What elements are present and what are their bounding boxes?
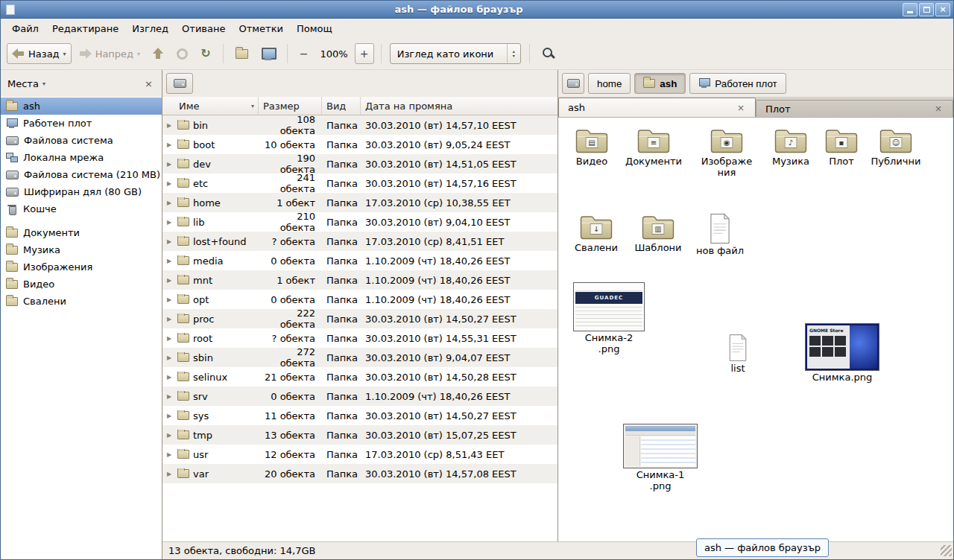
expander-icon[interactable]: ▶ <box>167 374 174 381</box>
expander-icon[interactable]: ▶ <box>167 296 174 303</box>
sidebar-item-filesystem[interactable]: Файлова система <box>1 132 162 149</box>
table-row-selinux[interactable]: ▶selinux21 обектаПапка30.03.2010 (вт) 14… <box>162 367 557 386</box>
menu-help[interactable]: Помощ <box>290 20 339 37</box>
sidebar-item-video[interactable]: Видео <box>1 276 162 293</box>
expander-icon[interactable]: ▶ <box>167 354 174 361</box>
table-row-mnt[interactable]: ▶mnt1 обектПапка1.10.2009 (чт) 18,40,26 … <box>162 270 557 290</box>
column-header-type[interactable]: Вид <box>322 97 361 115</box>
tab-close-button[interactable]: × <box>736 103 746 113</box>
expander-icon[interactable]: ▶ <box>167 316 174 322</box>
sidebar-item-network[interactable]: Локална мрежа <box>1 149 162 166</box>
zoom-out-button[interactable]: − <box>294 43 314 64</box>
breadcrumb-desktop[interactable]: Работен плот <box>689 73 786 94</box>
expander-icon[interactable]: ▶ <box>167 180 174 187</box>
menu-go[interactable]: Отиване <box>175 20 232 37</box>
icon-snimka-image[interactable]: GNOME Store Снимка.png <box>803 323 882 383</box>
table-row-dev[interactable]: ▶dev190 обектаПапка30.03.2010 (вт) 14,51… <box>162 154 557 174</box>
titlebar[interactable]: ash — файлов браузър × <box>1 1 953 19</box>
breadcrumb-root-button[interactable] <box>166 73 193 94</box>
home-folder-button[interactable] <box>230 43 253 64</box>
icon-public-folder[interactable]: ☺ Публични <box>866 127 926 167</box>
menu-edit[interactable]: Редактиране <box>45 20 125 37</box>
menu-bookmarks[interactable]: Отметки <box>232 20 289 37</box>
expander-icon[interactable]: ▶ <box>167 413 174 419</box>
table-row-opt[interactable]: ▶opt0 обектаПапка1.10.2009 (чт) 18,40,26… <box>162 290 557 309</box>
sidebar-dropdown-icon[interactable]: ▾ <box>42 80 45 87</box>
tab-ash[interactable]: ash × <box>558 98 756 117</box>
sidebar-item-downloads[interactable]: Свалени <box>1 293 162 310</box>
expander-icon[interactable]: ▶ <box>167 141 174 148</box>
icon-downloads-folder[interactable]: ↓ Свалени <box>566 213 626 253</box>
search-button[interactable] <box>537 43 560 64</box>
menu-view[interactable]: Изглед <box>125 20 175 37</box>
column-header-date[interactable]: Дата на промяна <box>361 97 557 115</box>
sidebar-item-filesystem-210mb[interactable]: Файлова система (210 MB) <box>1 166 162 183</box>
sidebar-item-encrypted-80gb[interactable]: Шифриран дял (80 GB) <box>1 183 162 200</box>
breadcrumb-ash[interactable]: ash <box>634 73 686 94</box>
expander-icon[interactable]: ▶ <box>167 451 174 458</box>
column-header-size[interactable]: Размер <box>259 97 322 115</box>
icon-new-file[interactable]: нов файл <box>690 213 750 256</box>
tab-close-button[interactable]: × <box>933 104 944 114</box>
resize-grip[interactable] <box>941 545 952 556</box>
table-row-lib[interactable]: ▶lib210 обектаПапка30.03.2010 (вт) 9,04,… <box>162 212 557 232</box>
zoom-in-button[interactable]: + <box>355 43 374 64</box>
expander-icon[interactable]: ▶ <box>167 238 174 245</box>
icon-video-folder[interactable]: ▤ Видео <box>562 127 622 167</box>
forward-button[interactable]: Напред ▾ <box>74 43 146 64</box>
expander-icon[interactable]: ▶ <box>167 122 174 129</box>
expander-icon[interactable]: ▶ <box>167 432 174 439</box>
table-row-usr[interactable]: ▶usr12 обектаПапка17.03.2010 (ср) 8,51,4… <box>162 445 557 464</box>
icon-snimka1-image[interactable]: Снимка-1.png <box>622 424 699 491</box>
sidebar-item-trash[interactable]: Кошче <box>1 200 162 217</box>
sidebar-item-desktop[interactable]: Работен плот <box>1 115 162 132</box>
table-row-sys[interactable]: ▶sys11 обектаПапка30.03.2010 (вт) 14,50,… <box>162 406 557 425</box>
sidebar-item-images[interactable]: Изображения <box>1 258 162 276</box>
sidebar-item-music[interactable]: Музика <box>1 241 162 258</box>
tab-plot[interactable]: Плот × <box>756 100 953 117</box>
table-row-proc[interactable]: ▶proc222 обектаПапка30.03.2010 (вт) 14,5… <box>162 309 557 328</box>
icon-list-file[interactable]: list <box>715 334 761 374</box>
column-header-name[interactable]: Име ▾ <box>162 97 259 115</box>
table-row-tmp[interactable]: ▶tmp13 обектаПапка30.03.2010 (вт) 15,07,… <box>162 425 557 445</box>
table-row-media[interactable]: ▶media0 обектаПапка1.10.2009 (чт) 18,40,… <box>162 251 557 270</box>
maximize-button[interactable] <box>919 3 934 16</box>
expander-icon[interactable]: ▶ <box>167 393 174 400</box>
table-row-boot[interactable]: ▶boot10 обектаПапка30.03.2010 (вт) 9,05,… <box>162 135 557 154</box>
icon-view[interactable]: ▤ Видео ≡ Документи ◉ Изображения ♪ <box>558 118 953 541</box>
sidebar-item-ash[interactable]: ash <box>1 98 162 115</box>
sidebar-close-button[interactable]: × <box>142 78 155 89</box>
icon-snimka2-image[interactable]: GUADEC Снимка-2.png <box>571 282 647 354</box>
icon-templates-folder[interactable]: ▥ Шаблони <box>628 213 688 253</box>
expander-icon[interactable]: ▶ <box>167 335 174 342</box>
table-row-home[interactable]: ▶home1 обектПапка17.03.2010 (ср) 10,38,5… <box>162 193 557 212</box>
minimize-button[interactable] <box>903 3 917 16</box>
expander-icon[interactable]: ▶ <box>167 219 174 226</box>
sidebar-item-documents[interactable]: Документи <box>1 224 162 241</box>
menu-file[interactable]: Файл <box>5 20 45 37</box>
table-row-lost-found[interactable]: ▶lost+found? обектаПапка17.03.2010 (ср) … <box>162 232 557 251</box>
expander-icon[interactable]: ▶ <box>167 161 174 168</box>
icon-desktop-folder[interactable]: ▪ Плот <box>812 127 871 167</box>
sidebar-title[interactable]: Места <box>7 78 39 89</box>
breadcrumb-root-button[interactable] <box>562 73 584 94</box>
table-row-root[interactable]: ▶root? обектаПапка30.03.2010 (вт) 14,55,… <box>162 328 557 348</box>
table-row-sbin[interactable]: ▶sbin272 обектаПапка30.03.2010 (вт) 9,04… <box>162 348 557 367</box>
expander-icon[interactable]: ▶ <box>167 200 174 206</box>
computer-button[interactable] <box>256 43 280 64</box>
reload-button[interactable]: ↻ <box>195 43 215 64</box>
icon-images-folder[interactable]: ◉ Изображения <box>700 127 754 178</box>
expander-icon[interactable]: ▶ <box>167 471 174 477</box>
expander-icon[interactable]: ▶ <box>167 258 174 264</box>
table-row-var[interactable]: ▶var20 обектаПапка30.03.2010 (вт) 14,57,… <box>162 464 557 483</box>
stop-button[interactable] <box>171 43 193 64</box>
expander-icon[interactable]: ▶ <box>167 277 174 284</box>
table-row-etc[interactable]: ▶etc241 обектаПапка30.03.2010 (вт) 14,57… <box>162 174 557 193</box>
table-row-srv[interactable]: ▶srv0 обектаПапка1.10.2009 (чт) 18,40,26… <box>162 386 557 406</box>
back-button[interactable]: Назад ▾ <box>7 43 72 64</box>
close-button[interactable]: × <box>935 3 950 16</box>
table-row-bin[interactable]: ▶bin108 обектаПапка30.03.2010 (вт) 14,57… <box>162 115 557 135</box>
breadcrumb-home[interactable]: home <box>588 73 631 94</box>
view-mode-select[interactable]: Изглед като икони ▴ ▾ <box>390 43 521 64</box>
icon-documents-folder[interactable]: ≡ Документи <box>624 127 683 167</box>
